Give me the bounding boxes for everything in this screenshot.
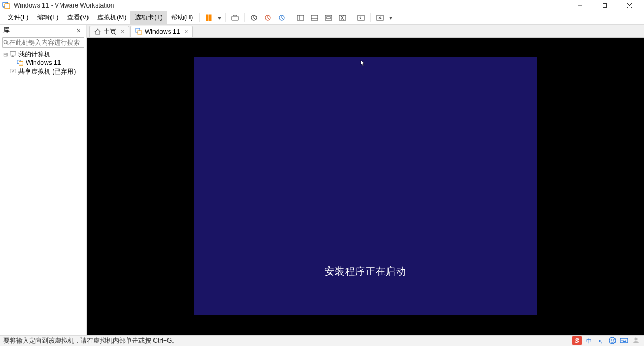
svg-rect-7	[209, 15, 211, 21]
svg-rect-39	[623, 340, 624, 341]
guest-screen[interactable]: 安装程序正在启动	[194, 57, 537, 315]
window-title: Windows 11 - VMware Workstation	[14, 2, 114, 9]
ime-punct-indicator[interactable]: •,	[596, 336, 605, 345]
fullscreen-button[interactable]	[354, 11, 368, 25]
snapshot-take-button[interactable]	[247, 11, 261, 25]
menu-file[interactable]: 文件(F)	[3, 11, 33, 24]
vm-console[interactable]: 安装程序正在启动	[87, 38, 644, 335]
home-icon	[94, 28, 101, 35]
snapshot-manage-button[interactable]	[275, 11, 289, 25]
svg-rect-17	[327, 17, 330, 19]
menu-vm[interactable]: 虚拟机(M)	[93, 11, 130, 24]
ime-emoji-icon[interactable]	[608, 336, 617, 345]
tab-home[interactable]: 主页 ×	[89, 26, 129, 37]
svg-rect-30	[10, 69, 16, 73]
collapse-icon[interactable]: ⊟	[2, 52, 9, 57]
app-window: Windows 11 - VMware Workstation 文件(F) 编辑…	[0, 0, 644, 346]
tab-label: Windows 11	[145, 28, 180, 35]
svg-rect-40	[625, 340, 626, 341]
main-area: 主页 × Windows 11 × 安装程序正在启动	[87, 25, 644, 335]
show-sidebar-button[interactable]	[294, 11, 308, 25]
cycle-multimon-button[interactable]	[373, 11, 387, 25]
tree-label: 共享虚拟机 (已弃用)	[18, 67, 76, 76]
library-tree: ⊟ 我的计算机 Windows 11 共享虚拟机 (已弃用)	[0, 49, 86, 335]
svg-point-35	[611, 340, 611, 340]
maximize-button[interactable]	[592, 0, 617, 11]
menu-tabs[interactable]: 选项卡(T)	[130, 11, 166, 24]
tree-label: Windows 11	[26, 59, 61, 67]
computer-icon	[9, 51, 17, 58]
send-ctrl-alt-del-button[interactable]	[228, 11, 242, 25]
window-controls	[568, 0, 642, 11]
tab-close-icon[interactable]: ×	[184, 28, 188, 35]
svg-point-23	[4, 40, 7, 44]
pause-dropdown[interactable]: ▾	[216, 11, 223, 24]
tree-label: 我的计算机	[18, 50, 50, 59]
sidebar-search[interactable]: ▼	[2, 37, 84, 48]
menubar: 文件(F) 编辑(E) 查看(V) 虚拟机(M) 选项卡(T) 帮助(H) ▾	[0, 11, 644, 25]
sidebar-close-button[interactable]: ×	[75, 26, 83, 35]
vmware-icon	[2, 1, 11, 10]
tab-close-icon[interactable]: ×	[121, 28, 125, 35]
show-console-button[interactable]	[308, 11, 321, 25]
tab-windows11[interactable]: Windows 11 ×	[130, 26, 193, 37]
svg-rect-38	[621, 340, 623, 341]
svg-rect-33	[138, 31, 142, 34]
tabstrip: 主页 × Windows 11 ×	[87, 25, 644, 38]
setup-status-text: 安装程序正在启动	[325, 265, 406, 278]
sogou-ime-icon[interactable]: S	[572, 336, 582, 345]
tree-root-my-computer[interactable]: ⊟ 我的计算机	[0, 50, 86, 59]
svg-rect-21	[358, 15, 364, 20]
svg-line-24	[7, 44, 9, 45]
svg-rect-14	[311, 15, 318, 20]
svg-rect-25	[10, 52, 16, 55]
svg-rect-29	[19, 61, 23, 65]
svg-point-34	[609, 337, 616, 344]
status-hint: 要将输入定向到该虚拟机，请在虚拟机内部单击或按 Ctrl+G。	[3, 336, 178, 345]
search-input[interactable]	[9, 39, 90, 46]
pause-button[interactable]	[202, 11, 216, 25]
svg-point-42	[635, 338, 638, 341]
svg-rect-16	[325, 15, 332, 20]
svg-rect-3	[603, 4, 607, 8]
tree-shared-vms[interactable]: 共享虚拟机 (已弃用)	[0, 67, 86, 76]
menu-edit[interactable]: 编辑(E)	[33, 11, 63, 24]
stretch-button[interactable]	[321, 11, 335, 25]
tab-label: 主页	[104, 27, 116, 37]
library-sidebar: 库 × ▼ ⊟ 我的计算机 Windows 11	[0, 25, 87, 335]
close-button[interactable]	[617, 0, 642, 11]
ime-keyboard-icon[interactable]	[619, 336, 629, 345]
mouse-cursor-icon	[360, 60, 365, 66]
menu-view[interactable]: 查看(V)	[63, 11, 93, 24]
minimize-button[interactable]	[568, 0, 592, 11]
tree-vm-windows11[interactable]: Windows 11	[0, 59, 86, 67]
ime-language-indicator[interactable]: 中	[584, 336, 594, 345]
svg-rect-12	[297, 15, 304, 20]
svg-rect-37	[620, 338, 628, 343]
svg-rect-6	[206, 15, 208, 21]
svg-rect-1	[5, 4, 10, 9]
svg-rect-41	[623, 341, 626, 342]
titlebar: Windows 11 - VMware Workstation	[0, 0, 644, 11]
vm-icon	[16, 59, 25, 67]
statusbar: 要将输入定向到该虚拟机，请在虚拟机内部单击或按 Ctrl+G。	[0, 335, 644, 346]
svg-point-31	[12, 70, 13, 71]
body: 库 × ▼ ⊟ 我的计算机 Windows 11	[0, 25, 644, 335]
menu-help[interactable]: 帮助(H)	[167, 11, 197, 24]
multimon-dropdown[interactable]: ▾	[387, 11, 394, 24]
svg-point-36	[613, 340, 613, 340]
ime-tray: S 中 •,	[572, 335, 641, 346]
unity-button[interactable]	[335, 11, 349, 25]
svg-rect-8	[232, 16, 238, 20]
snapshot-revert-button[interactable]	[261, 11, 275, 25]
vm-icon	[135, 28, 143, 35]
search-icon	[3, 39, 9, 46]
shared-icon	[9, 68, 17, 75]
ime-settings-icon[interactable]	[631, 336, 641, 345]
sidebar-title: 库	[3, 26, 10, 35]
